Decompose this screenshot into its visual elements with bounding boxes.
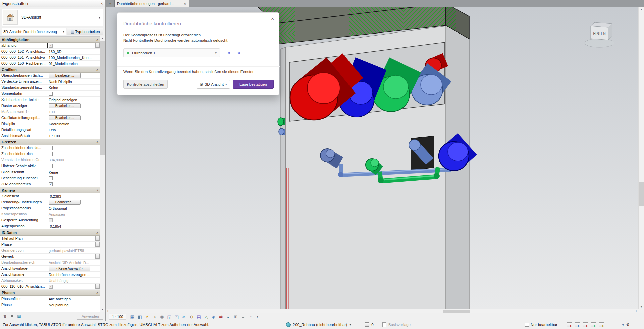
previous-durchbruch-button[interactable]: « — [227, 50, 230, 55]
sort-parameters-icon[interactable]: ≡ — [9, 313, 15, 319]
browse-button[interactable] — [95, 236, 100, 241]
property-value[interactable]: Keine — [47, 169, 100, 175]
property-value[interactable]: Durchbrüche erzeugen ... — [47, 272, 100, 277]
editable-only-checkbox[interactable] — [525, 323, 529, 327]
property-value[interactable]: 1 : 100 — [47, 133, 100, 139]
collapse-icon[interactable]: ∧ — [96, 38, 98, 41]
property-value[interactable] — [47, 91, 100, 96]
confirm-position-button[interactable]: Lage bestätigen — [233, 80, 274, 89]
property-grid-scrollbar[interactable]: ▲ ▼ — [100, 36, 105, 312]
shadows-icon[interactable]: ◑ — [151, 314, 158, 320]
property-value[interactable]: Neuplanung — [47, 302, 100, 308]
detail-level-icon[interactable]: ▦ — [129, 314, 136, 320]
select-links-icon[interactable] — [567, 322, 572, 327]
property-value[interactable]: ✓ — [47, 284, 100, 289]
tab-close-icon[interactable]: × — [184, 2, 186, 6]
collapse-icon[interactable]: ∧ — [96, 291, 98, 294]
checkbox[interactable]: ✓ — [49, 182, 53, 186]
section-header[interactable]: Phasen∧ — [0, 290, 100, 296]
drag-elements-icon[interactable] — [599, 322, 604, 327]
checkbox[interactable] — [49, 146, 53, 150]
edit-type-button[interactable]: Typ bearbeiten — [67, 28, 103, 35]
section-header[interactable]: ID-Daten∧ — [0, 229, 100, 236]
browse-button[interactable] — [95, 43, 100, 48]
collapse-icon[interactable]: ∧ — [96, 140, 98, 144]
filter-group[interactable]: ▼ :0 — [621, 323, 629, 327]
property-value[interactable]: Bearbeiten... — [47, 199, 100, 205]
worksharing-display-icon[interactable]: ◒ — [225, 314, 232, 320]
view-filter-combo[interactable]: 3D-Ansicht: Durchbrüche erzeug ▾ — [2, 28, 66, 35]
property-value[interactable]: ✓ — [47, 43, 100, 48]
property-value[interactable]: 100 — [47, 109, 100, 115]
sun-path-icon[interactable]: ☀ — [144, 314, 151, 320]
property-value[interactable]: Keine — [47, 85, 100, 90]
property-value[interactable]: gerhard.pawlat4PT58 — [47, 248, 100, 253]
scrollbar-thumb[interactable] — [100, 41, 105, 155]
displacement-sets-icon[interactable]: ◈ — [210, 314, 217, 320]
collapse-icon[interactable]: ∧ — [96, 231, 98, 234]
property-value[interactable]: Original anzeigen — [47, 97, 100, 103]
design-option-group[interactable]: Basisvorlage — [382, 322, 411, 327]
property-value[interactable]: Koordination — [47, 121, 100, 127]
crop-view-icon[interactable]: ◱ — [166, 314, 173, 320]
scroll-down-icon[interactable]: ▼ — [100, 307, 105, 312]
shared-views-icon[interactable]: ⊞ — [232, 314, 239, 320]
reveal-constraints-icon[interactable]: ⇄ — [218, 314, 224, 320]
next-durchbruch-button[interactable]: » — [237, 50, 240, 55]
property-value[interactable]: -0,2383 — [47, 193, 100, 199]
apply-button[interactable]: Anwenden — [77, 313, 103, 320]
property-value[interactable]: 100_Modellbereich_Koo... — [47, 55, 100, 60]
scrollbar-thumb[interactable] — [443, 310, 470, 313]
select-pinned-icon[interactable] — [583, 322, 588, 327]
scroll-left-icon[interactable]: ◂ — [107, 309, 108, 312]
collapse-toolbar-icon[interactable]: ‹ — [257, 314, 258, 319]
property-value[interactable]: Fein — [47, 127, 100, 133]
select-by-face-icon[interactable] — [591, 322, 596, 327]
checkbox[interactable] — [49, 164, 53, 168]
property-value[interactable] — [47, 254, 100, 259]
show-crop-region-icon[interactable]: ◳ — [173, 314, 180, 320]
section-header[interactable]: Grenzen∧ — [0, 139, 100, 145]
property-value[interactable]: Unabhängig — [47, 278, 100, 283]
dialog-close-icon[interactable]: × — [271, 16, 274, 21]
workset-group[interactable]: 200_Rohbau (nicht bearbeitbar) ▾ — [286, 322, 351, 327]
checkbox[interactable] — [49, 176, 53, 180]
scale-button[interactable]: 1 : 100 — [109, 314, 126, 320]
property-value[interactable]: Ansicht "3D-Ansicht: D... — [47, 260, 100, 265]
property-value[interactable]: 304,8000 — [47, 157, 100, 163]
property-value[interactable]: Bearbeiten... — [47, 73, 100, 78]
property-value[interactable]: Alle anzeigen — [47, 296, 100, 302]
checkbox[interactable] — [49, 92, 53, 96]
property-value[interactable]: <Keine Auswahl> — [47, 266, 100, 271]
view-tab[interactable]: Durchbrüche erzeugen - gerhard... × — [114, 0, 189, 7]
collapse-icon[interactable]: ∧ — [96, 189, 98, 192]
panel-close-icon[interactable]: × — [100, 1, 103, 6]
view-list-icon[interactable]: ≡ — [240, 314, 247, 320]
edit-button[interactable]: Bearbeiten... — [49, 73, 81, 78]
property-value[interactable]: Anpassen — [47, 211, 100, 217]
scroll-up-icon[interactable]: ▲ — [100, 36, 105, 41]
visual-style-icon[interactable]: ◧ — [137, 314, 143, 320]
rendering-dialog-icon[interactable]: ◉ — [159, 314, 165, 320]
property-value[interactable]: ✓ — [47, 181, 100, 187]
section-header[interactable]: Abhängigkeiten∧ — [0, 37, 100, 43]
property-value[interactable] — [47, 163, 100, 169]
property-value[interactable]: -0,1854 — [47, 223, 100, 229]
property-value[interactable]: Nach Disziplin — [47, 79, 100, 84]
scrollbar-thumb[interactable] — [639, 182, 644, 206]
temporary-view-properties-icon[interactable]: ▤ — [196, 314, 202, 320]
edit-button[interactable]: Bearbeiten... — [49, 115, 81, 120]
viewport-horizontal-scrollbar[interactable]: ◂ ▸ — [106, 309, 644, 313]
property-value[interactable] — [47, 242, 100, 247]
checkbox[interactable]: ✓ — [49, 44, 53, 48]
type-selector[interactable]: 3D-Ansicht ▾ — [2, 9, 103, 26]
finish-control-button[interactable]: Kontrolle abschließen — [123, 80, 168, 89]
edit-button[interactable]: <Keine Auswahl> — [49, 266, 90, 271]
edit-button[interactable]: Bearbeiten... — [49, 200, 81, 205]
checkbox[interactable] — [49, 152, 53, 156]
editing-requests-group[interactable]: :0 — [365, 322, 374, 327]
property-value[interactable]: Bearbeiten... — [47, 115, 100, 121]
analytical-model-icon[interactable]: △ — [203, 314, 210, 320]
section-header[interactable]: Grafiken∧ — [0, 67, 100, 73]
temporary-hide-isolate-icon[interactable]: ∞ — [181, 314, 187, 320]
